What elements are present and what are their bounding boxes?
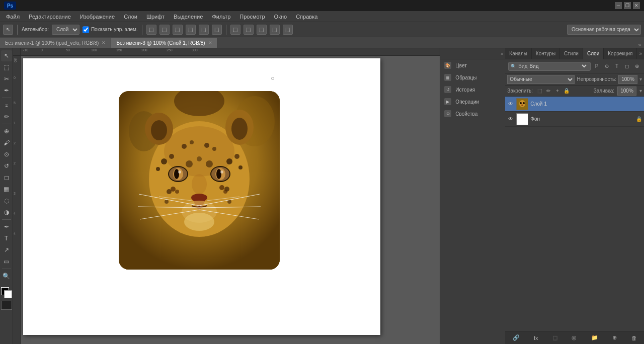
menu-view[interactable]: Просмотр — [235, 13, 269, 21]
distribute-4-icon[interactable]: ⬚ — [270, 25, 280, 35]
pen-tool[interactable]: ✒ — [1, 221, 12, 232]
paths-tab[interactable]: Контуры — [532, 48, 560, 59]
lock-transparent-icon[interactable]: ⬚ — [536, 88, 543, 95]
dodge-tool[interactable]: ◑ — [1, 207, 12, 218]
layer-visibility-bg[interactable]: 👁 — [507, 116, 514, 123]
add-adjustment-button[interactable]: ◎ — [572, 334, 577, 341]
align-right-icon[interactable]: ⬚ — [173, 25, 183, 35]
panel-color[interactable]: 🎨 Цвет — [440, 59, 505, 71]
align-center-icon[interactable]: ⬚ — [159, 25, 170, 35]
layer-thumb-svg-1 — [517, 99, 528, 110]
menu-layers[interactable]: Слои — [120, 13, 141, 21]
layer-item-1[interactable]: 👁 Слой 1 — [505, 97, 644, 112]
layer-visibility-1[interactable]: 👁 — [507, 101, 514, 108]
layers-panel-expand[interactable]: » — [637, 51, 644, 56]
clone-tool[interactable]: ⊙ — [1, 149, 12, 160]
eyedropper-tool[interactable]: ✏ — [1, 111, 12, 122]
align-middle-icon[interactable]: ⬚ — [199, 25, 209, 35]
menu-window[interactable]: Окно — [270, 13, 291, 21]
path-select-tool[interactable]: ↗ — [1, 244, 12, 255]
layer-filter-adj-icon[interactable]: ⊙ — [603, 62, 611, 70]
opacity-input[interactable] — [618, 75, 637, 84]
layers-tab[interactable]: Слои — [583, 48, 604, 59]
layer-filter-smart-icon[interactable]: ⊕ — [633, 62, 641, 70]
crop-tool[interactable]: ⌅ — [1, 100, 12, 111]
menu-select[interactable]: Выделение — [170, 13, 207, 21]
layer-list: 👁 Слой 1 👁 — [505, 97, 644, 331]
delete-layer-button[interactable]: 🗑 — [631, 335, 637, 341]
align-top-icon[interactable]: ⬚ — [186, 25, 196, 35]
zoom-tool[interactable]: 🔍 — [1, 271, 12, 282]
close-tab-1[interactable]: ✕ — [102, 40, 106, 45]
layer-filter-shape-icon[interactable]: ◻ — [623, 62, 631, 70]
doc-tab-2[interactable]: Без имени-3 @ 100% (Слой 1, RGB/8) ✕ — [111, 38, 217, 48]
move-tool[interactable]: ↖ — [1, 50, 12, 61]
lasso-tool[interactable]: ✂ — [1, 73, 12, 84]
background-color[interactable] — [4, 290, 12, 298]
panel-actions[interactable]: ▶ Операции — [440, 96, 505, 108]
menu-file[interactable]: Файл — [2, 13, 24, 21]
auto-select-dropdown[interactable]: Слой — [52, 25, 79, 35]
add-mask-button[interactable]: ⬚ — [552, 334, 557, 341]
styles-tab[interactable]: Стили — [560, 48, 583, 59]
blend-mode-select[interactable]: Обычные — [507, 75, 575, 84]
fg-bg-colors[interactable] — [1, 287, 12, 298]
menu-filter[interactable]: Фильтр — [208, 13, 234, 21]
magic-wand-tool[interactable]: ✒ — [1, 85, 12, 96]
link-layers-button[interactable]: 🔗 — [513, 334, 520, 341]
move-tool-options[interactable]: ↖ — [3, 25, 13, 35]
text-tool[interactable]: T — [1, 233, 12, 244]
lock-position-icon[interactable]: + — [554, 88, 561, 95]
gradient-tool[interactable]: ▦ — [1, 184, 12, 195]
lock-all-icon[interactable]: 🔒 — [563, 88, 570, 95]
maximize-button[interactable]: ❐ — [624, 2, 631, 9]
select-tool[interactable]: ⬚ — [1, 62, 12, 73]
show-transform-label[interactable]: Показать упр. элем. — [83, 25, 138, 35]
panel-history[interactable]: ↺ История — [440, 83, 505, 96]
distribute-2-icon[interactable]: ⬚ — [244, 25, 254, 35]
title-bar-controls[interactable]: ─ ❐ ✕ — [615, 2, 640, 9]
minimize-button[interactable]: ─ — [615, 2, 622, 9]
brush-tool[interactable]: 🖌 — [1, 137, 12, 148]
add-group-button[interactable]: 📁 — [591, 334, 598, 341]
opacity-arrow[interactable]: ▾ — [639, 76, 642, 82]
workspace-select[interactable]: Основная рабочая среда — [567, 25, 641, 35]
layer-filter-select[interactable]: Вид — [527, 63, 588, 69]
fill-arrow[interactable]: ▾ — [639, 88, 642, 94]
layer-filter-text-icon[interactable]: T — [613, 62, 621, 70]
mini-panel-collapse-icon[interactable]: » — [501, 51, 503, 56]
distribute-5-icon[interactable]: ⬚ — [283, 25, 293, 35]
separator-2 — [142, 25, 142, 35]
add-layer-button[interactable]: ⊕ — [612, 334, 617, 341]
layer-item-bg[interactable]: 👁 Фон 🔒 — [505, 112, 644, 127]
tabs-expand-button[interactable]: » — [635, 42, 644, 48]
menu-edit[interactable]: Редактирование — [25, 13, 75, 21]
corrections-tab[interactable]: Коррекция — [604, 48, 637, 59]
shape-tool[interactable]: ▭ — [1, 256, 12, 267]
canvas-wrapper[interactable] — [21, 56, 440, 344]
channels-tab[interactable]: Каналы — [505, 48, 532, 59]
panel-swatches[interactable]: ▦ Образцы — [440, 71, 505, 83]
history-brush-tool[interactable]: ↺ — [1, 160, 12, 171]
menu-font[interactable]: Шрифт — [142, 13, 169, 21]
align-bottom-icon[interactable]: ⬚ — [212, 25, 222, 35]
spot-heal-tool[interactable]: ⊕ — [1, 126, 12, 137]
distribute-1-icon[interactable]: ⬚ — [230, 25, 240, 35]
layer-filter-type-icon[interactable]: P — [593, 62, 601, 70]
add-style-button[interactable]: fx — [534, 335, 538, 341]
panel-properties[interactable]: ⚙ Свойства — [440, 108, 505, 120]
fill-input[interactable] — [617, 87, 636, 96]
lock-paint-icon[interactable]: ✏ — [545, 88, 552, 95]
menu-image[interactable]: Изображение — [76, 13, 119, 21]
layers-search-input[interactable]: 🔍 Вид Вид — [508, 62, 591, 71]
doc-tab-1[interactable]: Без имени-1 @ 100% (ipad_velo, RGB/8) ✕ — [0, 38, 111, 48]
menu-help[interactable]: Справка — [292, 13, 321, 21]
close-button[interactable]: ✕ — [633, 2, 640, 9]
blur-tool[interactable]: ◌ — [1, 195, 12, 206]
show-transform-checkbox[interactable] — [83, 25, 89, 35]
distribute-3-icon[interactable]: ⬚ — [257, 25, 267, 35]
mask-mode-button[interactable] — [1, 301, 12, 310]
close-tab-2[interactable]: ✕ — [208, 40, 212, 45]
eraser-tool[interactable]: ◻ — [1, 172, 12, 183]
align-left-icon[interactable]: ⬚ — [146, 25, 156, 35]
